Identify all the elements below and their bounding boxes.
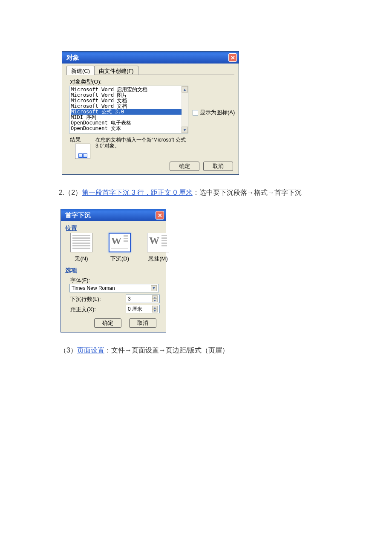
position-none-icon	[70, 233, 92, 252]
ok-button[interactable]: 确定	[94, 318, 121, 328]
font-label: 字体(F):	[70, 277, 90, 284]
tab-fromfile-label: 由文件创建(F)	[99, 68, 134, 74]
cancel-button[interactable]: 取消	[129, 318, 156, 328]
font-value: Times New Roman	[72, 285, 115, 291]
spin-down-icon[interactable]: ▼	[152, 299, 158, 302]
position-hang-label: 悬挂(M)	[145, 255, 171, 263]
body-text-2: （3）页面设置：文件→页面设置→页边距/版式（页眉）	[60, 346, 229, 355]
dropcap-dialog: 首字下沉 ✕ 位置 无(N) W 下沉(D)	[61, 209, 166, 332]
body-text-1: 2.（2）第一段首字下沉 3 行，距正文 0 厘米：选中要下沉段落→格式→首字下…	[59, 188, 302, 197]
result-text: 在您的文档中插入一个新“Microsoft 公式 3.0”对象。	[95, 137, 189, 149]
section-position: 位置	[65, 225, 77, 232]
text-prefix: 2.（2）	[59, 189, 82, 196]
position-drop[interactable]: W 下沉(D)	[107, 233, 133, 263]
distance-spinner[interactable]: 0 厘米 ▲ ▼	[126, 305, 160, 313]
text-rest: ：选中要下沉段落→格式→首字下沉	[193, 189, 302, 196]
spin-down-icon[interactable]: ▼	[152, 309, 158, 312]
list-item[interactable]: OpenDocument 文本	[71, 126, 188, 131]
lines-label: 下沉行数(L):	[70, 295, 101, 303]
position-hang-icon: W	[147, 233, 169, 252]
cancel-button[interactable]: 取消	[203, 162, 233, 171]
position-none[interactable]: 无(N)	[69, 233, 94, 263]
scroll-track[interactable]	[182, 92, 188, 127]
text-prefix: （3）	[60, 347, 77, 354]
position-drop-icon: W	[109, 233, 131, 252]
object-type-label: 对象类型(O):	[70, 78, 101, 86]
result-label: 结果	[70, 136, 81, 144]
tab-create-new[interactable]: 新建(C)	[66, 66, 95, 75]
checkbox-label: 显示为图标(A)	[200, 109, 235, 116]
position-drop-label: 下沉(D)	[107, 255, 133, 263]
titlebar[interactable]: 首字下沉 ✕	[61, 209, 166, 221]
scroll-up-icon[interactable]: ▲	[182, 86, 188, 92]
tab-create-label: 新建(C)	[71, 68, 90, 74]
text-link: 第一段首字下沉 3 行，距正文 0 厘米	[82, 189, 193, 196]
distance-label: 距正文(X):	[70, 306, 96, 313]
spin-up-icon[interactable]: ▲	[152, 306, 158, 309]
result-icon	[75, 144, 90, 159]
list-items: Microsoft Word 启用宏的文档 Microsoft Word 图片 …	[69, 86, 188, 131]
text-link: 页面设置	[77, 347, 104, 354]
dialog-title: 对象	[66, 54, 79, 62]
position-hang[interactable]: W 悬挂(M)	[145, 233, 171, 263]
lines-value: 3	[128, 296, 131, 302]
close-icon[interactable]: ✕	[228, 53, 237, 62]
tab-row: 新建(C) 由文件创建(F)	[66, 66, 138, 75]
tab-from-file[interactable]: 由文件创建(F)	[94, 66, 138, 75]
distance-value: 0 厘米	[128, 306, 142, 313]
titlebar[interactable]: 对象 ✕	[62, 52, 239, 64]
checkbox-icon[interactable]	[193, 110, 198, 116]
ok-button[interactable]: 确定	[170, 162, 199, 171]
text-rest: ：文件→页面设置→页边距/版式（页眉）	[104, 347, 229, 354]
position-none-label: 无(N)	[69, 255, 94, 263]
dialog-title: 首字下沉	[65, 211, 91, 220]
object-dialog: 对象 ✕ 新建(C) 由文件创建(F) 对象类型(O): Microsoft W…	[62, 51, 239, 175]
font-combobox[interactable]: Times New Roman ▼	[69, 284, 159, 292]
close-icon[interactable]: ✕	[156, 211, 164, 220]
spin-up-icon[interactable]: ▲	[152, 295, 158, 299]
position-choices: 无(N) W 下沉(D) W	[69, 233, 171, 263]
show-as-icon-checkbox[interactable]: 显示为图标(A)	[193, 109, 235, 116]
scroll-down-icon[interactable]: ▼	[182, 127, 188, 133]
object-type-listbox[interactable]: Microsoft Word 启用宏的文档 Microsoft Word 图片 …	[69, 86, 188, 133]
lines-spinner[interactable]: 3 ▲ ▼	[126, 295, 160, 303]
chevron-down-icon[interactable]: ▼	[151, 285, 157, 291]
section-options: 选项	[65, 267, 77, 275]
